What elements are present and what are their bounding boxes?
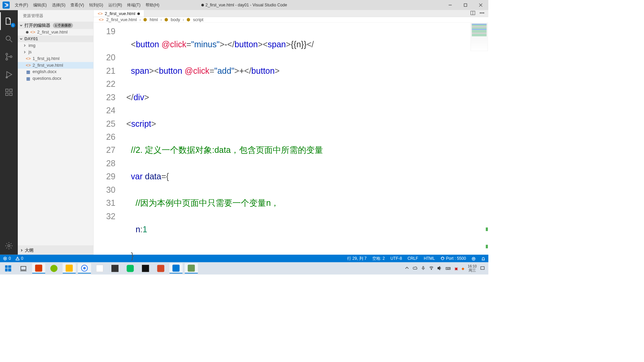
tree-file-questions[interactable]: ▦ questions.docx <box>18 75 93 82</box>
tree-label: 2_first_vue.html <box>33 63 63 68</box>
tree-label: questions.docx <box>33 76 61 81</box>
code-editor[interactable]: 1920212223242526272829303132 <button @cl… <box>94 22 488 274</box>
html-file-icon: <> <box>26 56 31 61</box>
sidebar-title: 资源管理器 <box>18 10 93 21</box>
chevron-right-icon <box>23 50 26 54</box>
window-maximize-button[interactable] <box>458 0 473 10</box>
folder-section[interactable]: DAY01 <box>18 36 93 42</box>
svg-point-7 <box>6 58 7 60</box>
window-close-button[interactable] <box>473 0 488 10</box>
outline-section[interactable]: 大纲 <box>18 246 93 255</box>
open-editor-item[interactable]: <> 2_first_vue.html <box>18 29 93 36</box>
breadcrumb-body[interactable]: body <box>171 17 180 22</box>
editor-scrollbar[interactable] <box>484 22 488 274</box>
breadcrumb-script[interactable]: script <box>193 17 203 22</box>
chevron-right-icon: › <box>139 17 141 22</box>
tree-file-vue[interactable]: <> 2_first_vue.html <box>18 62 93 69</box>
menu-help[interactable]: 帮助(H) <box>143 0 162 10</box>
unsaved-badge: 1 个未保存 <box>53 23 73 28</box>
settings-gear-icon[interactable] <box>0 237 18 255</box>
status-warnings[interactable]: 0 <box>15 256 23 261</box>
svg-point-4 <box>6 36 10 40</box>
menu-select[interactable]: 选择(S) <box>49 0 68 10</box>
svg-point-6 <box>6 53 7 55</box>
svg-rect-33 <box>8 268 11 272</box>
tree-file-english[interactable]: ▦ english.docx <box>18 69 93 75</box>
svg-rect-32 <box>5 268 8 272</box>
status-errors[interactable]: 0 <box>3 256 11 261</box>
menu-goto[interactable]: 转到(G) <box>87 0 106 10</box>
svg-rect-12 <box>10 89 12 92</box>
open-editors-section[interactable]: 打开的编辑器 1 个未保存 <box>18 21 93 29</box>
chevron-right-icon <box>20 248 23 252</box>
breadcrumb-file[interactable]: 2_first_vue.html <box>106 17 137 22</box>
chevron-down-icon <box>19 23 23 27</box>
explorer-icon[interactable]: 1 <box>0 12 18 30</box>
docx-file-icon: ▦ <box>26 76 31 81</box>
vscode-logo-icon <box>3 2 10 9</box>
svg-rect-14 <box>10 93 12 96</box>
tab-label: 2_first_vue.html <box>105 11 135 16</box>
html-file-icon: <> <box>31 30 35 35</box>
taskbar-app-explorer[interactable] <box>63 263 76 274</box>
tree-file-jq[interactable]: <> 1_first_jq.html <box>18 55 93 62</box>
html-file-icon: <> <box>26 63 31 68</box>
titlebar: 文件(F) 编辑(E) 选择(S) 查看(V) 转到(G) 运行(R) 终端(T… <box>0 0 488 10</box>
svg-rect-34 <box>21 266 26 270</box>
svg-point-18 <box>480 12 481 13</box>
start-button[interactable] <box>2 263 15 274</box>
menu-run[interactable]: 运行(R) <box>106 0 124 10</box>
window-minimize-button[interactable] <box>442 0 458 10</box>
sidebar: 资源管理器 打开的编辑器 1 个未保存 <> 2_first_vue.html … <box>18 10 94 254</box>
source-control-icon[interactable] <box>0 48 18 66</box>
more-actions-icon[interactable] <box>479 10 485 17</box>
menubar: 文件(F) 编辑(E) 选择(S) 查看(V) 转到(G) 运行(R) 终端(T… <box>12 0 162 10</box>
menu-terminal[interactable]: 终端(T) <box>124 0 143 10</box>
tab-first-vue[interactable]: <> 2_first_vue.html <box>94 10 144 17</box>
tabs-bar: <> 2_first_vue.html <box>94 10 488 17</box>
chevron-right-icon: › <box>183 17 184 22</box>
taskview-icon[interactable] <box>17 263 30 274</box>
explorer-badge: 1 <box>11 23 15 27</box>
menu-file[interactable]: 文件(F) <box>12 0 31 10</box>
window-title: 2_first_vue.html - day01 - Visual Studio… <box>201 3 287 7</box>
line-gutter: 1920212223242526272829303132 <box>94 22 121 274</box>
tree-label: img <box>29 43 36 48</box>
extensions-icon[interactable] <box>0 83 18 101</box>
svg-rect-11 <box>6 89 8 92</box>
tree-folder-img[interactable]: img <box>18 42 93 49</box>
svg-rect-30 <box>5 265 8 268</box>
svg-point-37 <box>83 267 86 269</box>
breadcrumb[interactable]: <> 2_first_vue.html › ⬢ html › ⬢ body › … <box>94 17 488 23</box>
breadcrumb-html[interactable]: html <box>150 17 158 22</box>
split-editor-icon[interactable] <box>470 10 476 17</box>
svg-rect-31 <box>8 265 11 268</box>
title-text: 2_first_vue.html - day01 - Visual Studio… <box>205 3 287 7</box>
svg-rect-1 <box>464 4 467 6</box>
element-icon: ⬢ <box>186 17 190 22</box>
svg-rect-13 <box>6 93 8 96</box>
editor-area: <> 2_first_vue.html <> 2_first_vue.html … <box>94 10 488 254</box>
taskbar-app-chrome[interactable] <box>78 263 91 274</box>
tree-folder-js[interactable]: js <box>18 49 93 56</box>
html-file-icon: <> <box>98 11 103 16</box>
menu-view[interactable]: 查看(V) <box>68 0 87 10</box>
tree-label: js <box>29 50 32 55</box>
modified-dot-icon <box>137 12 140 15</box>
svg-point-19 <box>482 12 483 13</box>
folder-name: DAY01 <box>24 36 38 41</box>
code-content[interactable]: <button @click="minus">-</button><span>{… <box>121 22 488 274</box>
chevron-right-icon: › <box>160 17 162 22</box>
menu-edit[interactable]: 编辑(E) <box>31 0 49 10</box>
taskbar-app-2[interactable] <box>47 263 60 274</box>
svg-marker-9 <box>7 72 12 77</box>
modified-dot-icon <box>26 31 29 34</box>
open-editors-label: 打开的编辑器 <box>24 22 50 28</box>
svg-point-15 <box>8 245 10 247</box>
taskbar-app-1[interactable] <box>32 263 45 274</box>
modified-dot-icon <box>201 4 204 6</box>
activity-bar: 1 <box>0 10 18 254</box>
run-debug-icon[interactable] <box>0 66 18 83</box>
search-icon[interactable] <box>0 30 18 48</box>
tree-label: english.docx <box>33 69 57 74</box>
